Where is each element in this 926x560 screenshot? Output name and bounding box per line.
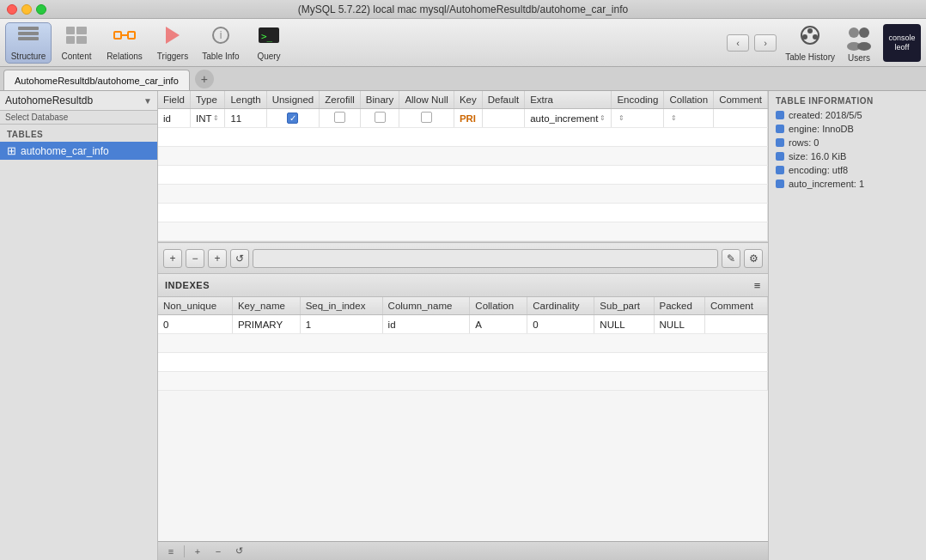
svg-rect-3 bbox=[66, 27, 75, 34]
select-database-label: Select Database bbox=[0, 111, 157, 125]
idx-seq: 1 bbox=[300, 315, 382, 334]
cell-allow-null[interactable] bbox=[399, 109, 454, 128]
idx-col-packed: Packed bbox=[654, 297, 705, 315]
table-info-button[interactable]: i Table Info bbox=[198, 22, 244, 64]
duplicate-field-button[interactable]: + bbox=[208, 249, 227, 268]
users-button[interactable]: Users bbox=[844, 22, 874, 63]
add-index-button[interactable]: + bbox=[190, 544, 205, 559]
add-field-button[interactable]: + bbox=[163, 249, 182, 268]
refresh-index-button[interactable]: ↺ bbox=[231, 544, 247, 559]
titlebar: (MySQL 5.7.22) local mac mysql/AutohomeR… bbox=[0, 0, 926, 19]
info-engine: engine: InnoDB bbox=[769, 122, 926, 136]
idx-col-column-name: Column_name bbox=[382, 297, 470, 315]
nav-back-button[interactable]: ‹ bbox=[727, 34, 749, 52]
col-key: Key bbox=[454, 91, 482, 109]
svg-rect-5 bbox=[66, 36, 75, 44]
triggers-icon bbox=[161, 25, 185, 49]
idx-col-key-name: Key_name bbox=[232, 297, 300, 315]
query-icon: >_ bbox=[257, 25, 281, 49]
col-length: Length bbox=[225, 91, 266, 109]
index-row bbox=[158, 353, 768, 372]
cell-field: id bbox=[158, 109, 190, 128]
table-history-button[interactable]: Table History bbox=[785, 23, 835, 62]
settings-button[interactable]: ⚙ bbox=[744, 249, 763, 268]
add-tab-button[interactable]: + bbox=[195, 70, 214, 88]
structure-table-wrap: Field Type Length Unsigned Zerofill Bina… bbox=[158, 91, 768, 242]
toolbar-right: ‹ › Table History Users consoleleoff bbox=[727, 22, 921, 63]
content-icon bbox=[64, 25, 88, 49]
query-field[interactable] bbox=[253, 249, 718, 268]
toolbar: Structure Content Relations bbox=[0, 19, 926, 67]
info-engine-label: engine: InnoDB bbox=[789, 124, 854, 134]
close-button[interactable] bbox=[7, 4, 17, 15]
sidebar-toggle-icon[interactable]: ≡ bbox=[163, 544, 179, 559]
col-collation: Collation bbox=[664, 91, 714, 109]
structure-bottom-toolbar: + − + ↺ ✎ ⚙ bbox=[158, 242, 768, 273]
idx-sub-part: NULL bbox=[594, 315, 654, 334]
info-dot-icon bbox=[776, 138, 784, 147]
allow-null-checkbox[interactable] bbox=[421, 112, 432, 123]
triggers-button[interactable]: Triggers bbox=[149, 22, 196, 64]
key-badge: PRI bbox=[460, 113, 476, 124]
binary-checkbox[interactable] bbox=[375, 112, 386, 123]
info-dot-icon bbox=[776, 152, 784, 161]
svg-marker-10 bbox=[166, 27, 180, 44]
db-name: AutohomeResultdb bbox=[5, 94, 140, 107]
console-button[interactable]: consoleleoff bbox=[883, 24, 921, 62]
triggers-label: Triggers bbox=[157, 52, 188, 61]
remove-field-button[interactable]: − bbox=[186, 249, 204, 268]
info-dot-icon bbox=[776, 125, 784, 133]
svg-point-16 bbox=[807, 28, 813, 33]
index-row[interactable]: 0 PRIMARY 1 id A 0 NULL NULL bbox=[158, 315, 768, 334]
type-arrows-icon: ⇕ bbox=[213, 115, 219, 122]
extra-arrows-icon: ⇕ bbox=[600, 115, 606, 122]
info-dot-icon bbox=[776, 166, 784, 174]
relations-icon bbox=[113, 25, 137, 49]
cell-default bbox=[482, 109, 524, 128]
svg-rect-8 bbox=[128, 32, 135, 39]
cell-key: PRI bbox=[454, 109, 482, 128]
encoding-arrows-icon: ⇕ bbox=[618, 115, 624, 122]
content-button[interactable]: Content bbox=[53, 22, 100, 64]
table-item-autohome-car-info[interactable]: ⊞ autohome_car_info bbox=[0, 142, 157, 160]
sidebar: AutohomeResultdb ▼ Select Database TABLE… bbox=[0, 91, 158, 560]
table-row[interactable]: id INT ⇕ 11 ✓ bbox=[158, 109, 768, 128]
cell-unsigned[interactable]: ✓ bbox=[266, 109, 320, 128]
cell-binary[interactable] bbox=[360, 109, 399, 128]
refresh-button[interactable]: ↺ bbox=[230, 249, 249, 268]
remove-index-button[interactable]: − bbox=[210, 544, 226, 559]
query-button[interactable]: >_ Query bbox=[246, 22, 292, 64]
table-info-header: TABLE INFORMATION bbox=[769, 91, 926, 108]
nav-forward-button[interactable]: › bbox=[754, 34, 777, 52]
cell-zerofill[interactable] bbox=[320, 109, 361, 128]
info-dot-icon bbox=[776, 111, 784, 119]
col-type: Type bbox=[190, 91, 225, 109]
col-unsigned: Unsigned bbox=[266, 91, 320, 109]
table-info-label: Table Info bbox=[202, 52, 239, 61]
maximize-button[interactable] bbox=[36, 4, 46, 15]
zerofill-checkbox[interactable] bbox=[334, 112, 345, 123]
cell-length: 11 bbox=[225, 109, 266, 128]
edit-button[interactable]: ✎ bbox=[722, 249, 740, 268]
structure-button[interactable]: Structure bbox=[5, 22, 52, 64]
status-sep bbox=[184, 545, 185, 557]
db-selector[interactable]: AutohomeResultdb ▼ bbox=[0, 91, 157, 111]
svg-rect-0 bbox=[18, 27, 39, 30]
col-allow-null: Allow Null bbox=[399, 91, 454, 109]
idx-col-collation: Collation bbox=[470, 297, 527, 315]
query-label: Query bbox=[257, 52, 280, 61]
unsigned-checkbox[interactable]: ✓ bbox=[287, 113, 298, 124]
content-label: Content bbox=[61, 52, 91, 61]
indexes-table-wrap: Non_unique Key_name Seq_in_index Column_… bbox=[158, 297, 768, 391]
indexes-header: INDEXES ≡ bbox=[158, 273, 768, 297]
svg-rect-1 bbox=[18, 32, 39, 35]
relations-button[interactable]: Relations bbox=[101, 22, 148, 64]
collation-arrows-icon: ⇕ bbox=[671, 115, 677, 122]
minimize-button[interactable] bbox=[21, 4, 32, 15]
main-layout: AutohomeResultdb ▼ Select Database TABLE… bbox=[0, 91, 926, 560]
info-auto-increment: auto_increment: 1 bbox=[769, 177, 926, 191]
main-tab[interactable]: AutohomeResultdb/autohome_car_info bbox=[3, 70, 190, 90]
idx-non-unique: 0 bbox=[158, 315, 232, 334]
info-created: created: 2018/5/5 bbox=[769, 108, 926, 122]
idx-col-sub-part: Sub_part bbox=[594, 297, 654, 315]
